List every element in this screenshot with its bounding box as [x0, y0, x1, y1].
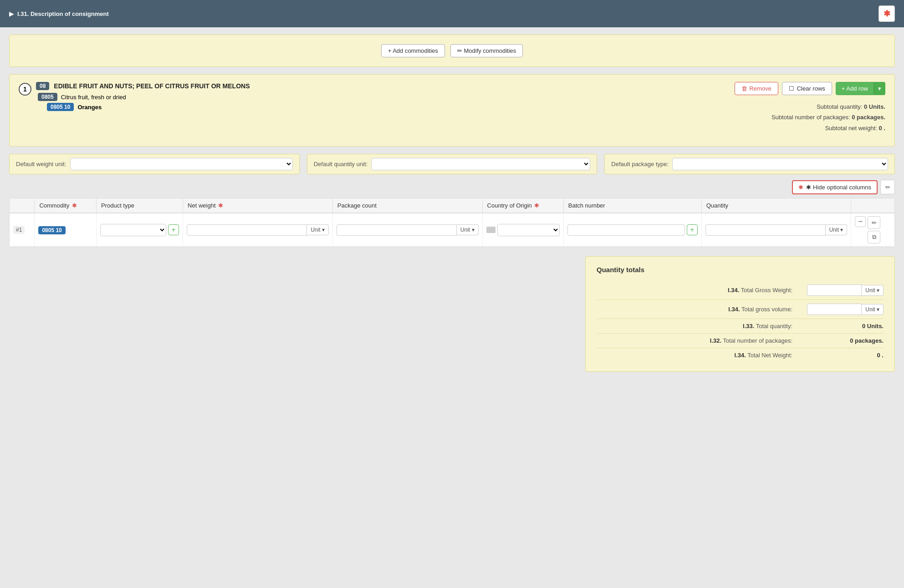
- net-weight-unit-button[interactable]: Unit ▾: [307, 224, 329, 235]
- net-weight-input-group: Unit ▾: [187, 224, 329, 236]
- edit-cols-button[interactable]: ✏: [880, 180, 895, 194]
- gross-weight-input[interactable]: [807, 284, 862, 296]
- add-row-dropdown-button[interactable]: ▾: [874, 82, 885, 95]
- hide-optional-cols-button[interactable]: ✱ ✱ Hide optional columns: [792, 180, 878, 194]
- country-select[interactable]: [497, 224, 560, 236]
- quantity-input[interactable]: [705, 224, 826, 236]
- add-batch-button[interactable]: +: [687, 224, 698, 235]
- totals-row-net-weight: I.34. Total Net Weight: 0 .: [597, 348, 884, 362]
- product-type-select-container: +: [100, 224, 179, 236]
- add-product-type-button[interactable]: +: [168, 224, 179, 235]
- commodity-main-title: EDIBLE FRUIT AND NUTS; PEEL OF CITRUS FR…: [54, 82, 250, 90]
- table-header: Commodity ✱ Product type Net weight ✱ Pa…: [10, 198, 894, 213]
- edit-icon: ✏: [885, 184, 890, 191]
- required-icon-net-weight: ✱: [218, 202, 223, 209]
- clear-rows-button[interactable]: ☐ Clear rows: [782, 82, 832, 95]
- chapter-badge: 08: [36, 82, 49, 90]
- package-count-input[interactable]: [337, 224, 457, 236]
- totals-label-prefix-net-weight: I.34.: [735, 352, 746, 359]
- quantity-totals-title: Quantity totals: [597, 266, 884, 274]
- copy-row-button[interactable]: ⧉: [868, 231, 880, 243]
- subtotal-packages-value: 0 packages.: [852, 114, 885, 121]
- commodity-section: 1 08 EDIBLE FRUIT AND NUTS; PEEL OF CITR…: [9, 74, 895, 147]
- edit-row-button[interactable]: ✏: [868, 216, 880, 229]
- totals-value-total-quantity: 0 Units.: [802, 323, 884, 329]
- remove-row-button[interactable]: −: [855, 216, 866, 227]
- default-quantity-unit-select[interactable]: [371, 158, 590, 170]
- page-title: I.31. Description of consignment: [17, 10, 109, 17]
- modify-commodities-button[interactable]: ✏ Modify commodities: [450, 44, 523, 57]
- col-header-batch: Batch number: [563, 198, 701, 213]
- cell-product-type: +: [96, 213, 183, 247]
- commodity-table: Commodity ✱ Product type Net weight ✱ Pa…: [10, 198, 894, 247]
- totals-label-prefix-total-quantity: I.33.: [743, 323, 754, 329]
- subheading-title: Oranges: [77, 104, 102, 111]
- totals-label-text-gross-volume: Total gross volume:: [741, 306, 792, 313]
- quantity-totals-wrapper: Quantity totals I.34. Total Gross Weight…: [9, 256, 895, 381]
- clear-icon: ☐: [789, 85, 794, 92]
- cell-country: [482, 213, 563, 247]
- gross-volume-input[interactable]: [807, 304, 862, 315]
- net-weight-input[interactable]: [187, 224, 307, 236]
- gross-volume-unit-button[interactable]: Unit ▾: [862, 304, 884, 315]
- product-type-select[interactable]: [100, 224, 166, 236]
- totals-value-net-weight: 0 .: [802, 352, 884, 359]
- default-weight-unit-field: Default weight unit:: [9, 154, 300, 174]
- cell-actions: − ✏ ⧉: [851, 213, 894, 247]
- batch-input[interactable]: [567, 224, 685, 236]
- subtotals: Subtotal quantity: 0 Units. Subtotal num…: [771, 101, 885, 133]
- commodity-left: 1 08 EDIBLE FRUIT AND NUTS; PEEL OF CITR…: [19, 82, 250, 111]
- col-label-net-weight: Net weight: [188, 202, 215, 209]
- totals-row-total-quantity: I.33. Total quantity: 0 Units.: [597, 319, 884, 334]
- totals-label-text-gross-weight: Total Gross Weight:: [741, 287, 792, 294]
- gross-volume-input-group: Unit ▾: [807, 304, 884, 315]
- default-package-type-label: Default package type:: [611, 161, 669, 167]
- default-package-type-select[interactable]: [672, 158, 888, 170]
- gross-weight-unit-button[interactable]: Unit ▾: [862, 285, 884, 296]
- totals-label-gross-weight: I.34. Total Gross Weight:: [597, 287, 802, 294]
- table-row: #1 0805 10 +: [10, 213, 894, 247]
- totals-value-packages: 0 packages.: [802, 337, 884, 344]
- quantity-unit-button[interactable]: Unit ▾: [826, 224, 848, 235]
- totals-label-net-weight: I.34. Total Net Weight:: [597, 352, 802, 359]
- totals-label-text-net-weight: Total Net Weight:: [747, 352, 792, 359]
- header-title: ▶ I.31. Description of consignment: [9, 10, 109, 17]
- optional-cols-row: ✱ ✱ Hide optional columns ✏: [9, 180, 895, 194]
- add-commodities-button[interactable]: + Add commodities: [381, 44, 445, 57]
- cell-commodity: 0805 10: [35, 213, 97, 247]
- totals-label-prefix-gross-volume: I.34.: [728, 306, 740, 313]
- totals-row-packages: I.32. Total number of packages: 0 packag…: [597, 334, 884, 348]
- cell-batch: +: [563, 213, 701, 247]
- step-number: 1: [19, 83, 31, 96]
- cell-quantity: Unit ▾: [701, 213, 851, 247]
- col-header-rownum: [10, 198, 35, 213]
- remove-label: Remove: [749, 85, 771, 92]
- subtotal-net-weight-row: Subtotal net weight: 0 .: [771, 123, 885, 133]
- cell-net-weight: Unit ▾: [183, 213, 333, 247]
- subtotal-net-weight-value: 0 .: [879, 125, 885, 132]
- default-weight-unit-select[interactable]: [70, 158, 293, 170]
- totals-label-text-total-quantity: Total quantity:: [756, 323, 792, 329]
- asterisk-button[interactable]: ✱: [878, 5, 895, 22]
- col-header-product-type: Product type: [96, 198, 183, 213]
- subtotal-quantity-value: 0 Units.: [864, 103, 885, 110]
- col-header-net-weight: Net weight ✱: [183, 198, 333, 213]
- heading-title: Citrus fruit, fresh or dried: [61, 94, 126, 101]
- totals-label-text-packages: Total number of packages:: [723, 337, 792, 344]
- quantity-input-group: Unit ▾: [705, 224, 848, 236]
- totals-label-packages: I.32. Total number of packages:: [597, 337, 802, 344]
- commodity-title-row: 08 EDIBLE FRUIT AND NUTS; PEEL OF CITRUS…: [36, 82, 250, 90]
- totals-label-prefix-packages: I.32.: [710, 337, 721, 344]
- commodity-info: 08 EDIBLE FRUIT AND NUTS; PEEL OF CITRUS…: [36, 82, 250, 111]
- subtotal-quantity-row: Subtotal quantity: 0 Units.: [771, 101, 885, 112]
- col-label-commodity: Commodity: [39, 202, 69, 209]
- remove-button[interactable]: 🗑 Remove: [735, 82, 778, 95]
- row-number-badge: #1: [13, 226, 25, 234]
- package-count-unit-button[interactable]: Unit ▾: [457, 224, 479, 235]
- cell-package-count: Unit ▾: [332, 213, 482, 247]
- toolbar-panel: + Add commodities ✏ Modify commodities: [9, 35, 895, 67]
- batch-input-group: +: [567, 224, 698, 236]
- chevron-icon: ▶: [9, 10, 14, 17]
- add-row-button[interactable]: + Add row: [836, 82, 874, 95]
- commodity-code-badge: 0805 10: [38, 226, 65, 234]
